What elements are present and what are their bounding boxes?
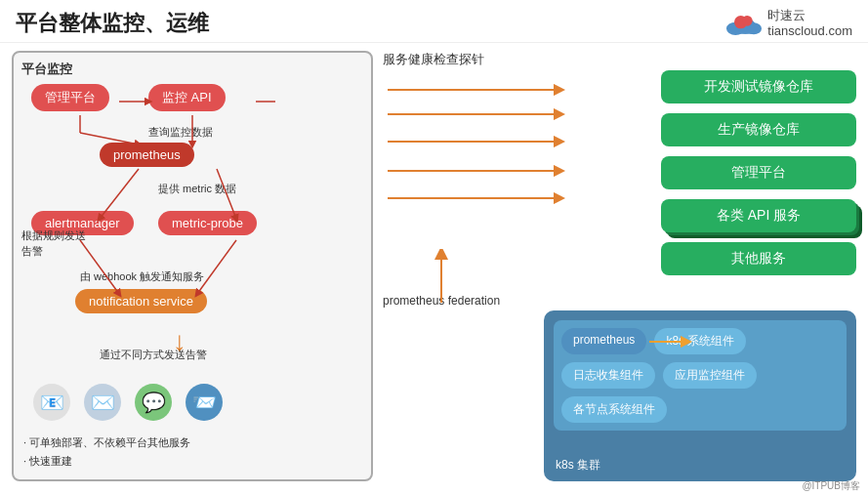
bottom-icons: 📧 ✉️ 💬 📨	[33, 384, 223, 421]
k8s-box-1: k8s 系统组件	[654, 328, 746, 354]
right-panel: 服务健康检查探针 开发测试镜像仓库 生产镜像仓库 管理平台 各类 API 服务 …	[383, 51, 856, 481]
k8s-prometheus: prometheus	[561, 328, 646, 354]
svg-rect-3	[730, 27, 757, 34]
k8s-box-2: 日志收集组件	[561, 362, 655, 389]
note-genju: 根据规则发送告警	[21, 228, 86, 259]
wechat-icon: 💬	[135, 384, 172, 421]
jiankong-box: 监控 API	[148, 84, 226, 111]
email-icon: 📧	[33, 384, 70, 421]
green-box-stack: 开发测试镜像仓库 生产镜像仓库 管理平台 各类 API 服务 其他服务	[661, 70, 856, 275]
k8s-inner: prometheus k8s 系统组件 日志收集组件 应用监控组件 各节点系统组…	[554, 320, 847, 431]
page-title: 平台整体监控、运维	[16, 9, 209, 38]
diagram-area: 管理平台 监控 API prometheus alertmanager metr…	[21, 84, 363, 416]
note-tigong: 提供 metric 数据	[158, 182, 236, 196]
msg-icon: 📨	[186, 384, 223, 421]
bullet-list: · 可单独部署、不依赖平台其他服务 · 快速重建	[23, 433, 190, 473]
k8s-label: k8s 集群	[556, 457, 600, 474]
svg-line-14	[197, 240, 236, 294]
green-box-1: 生产镜像仓库	[661, 113, 856, 146]
green-box-2: 管理平台	[661, 156, 856, 189]
svg-point-5	[742, 16, 753, 26]
prometheus-box: prometheus	[100, 143, 194, 167]
notification-box: notification service	[75, 289, 207, 313]
k8s-box-4: 各节点系统组件	[561, 396, 667, 423]
note-chaxun: 查询监控数据	[148, 125, 213, 140]
panel-label: 平台监控	[21, 61, 363, 78]
logo-icon	[723, 10, 762, 37]
green-box-3: 各类 API 服务	[661, 199, 856, 232]
service-health-label: 服务健康检查探针	[383, 51, 484, 68]
green-box-4: 其他服务	[661, 242, 856, 275]
watermark: @ITPUB博客	[802, 479, 860, 493]
svg-line-13	[80, 240, 119, 294]
fed-label: prometheus federation	[383, 294, 500, 308]
green-box-0: 开发测试镜像仓库	[661, 70, 856, 103]
main-content: 平台监控 管理平台 监控 API prometheus alertmanager…	[0, 43, 868, 489]
logo-area: 时速云tianscloud.com	[723, 8, 852, 38]
guanli-box: 管理平台	[31, 84, 109, 111]
bullet-2: · 快速重建	[23, 452, 190, 472]
bullet-1: · 可单独部署、不依赖平台其他服务	[23, 433, 190, 453]
left-panel: 平台监控 管理平台 监控 API prometheus alertmanager…	[12, 51, 373, 481]
mail-icon: ✉️	[84, 384, 121, 421]
note-tongzhi: 通过不同方式发送告警	[100, 348, 207, 362]
logo-text: 时速云tianscloud.com	[767, 8, 852, 38]
k8s-box-3: 应用监控组件	[663, 362, 757, 389]
k8s-cluster: prometheus k8s 系统组件 日志收集组件 应用监控组件 各节点系统组…	[544, 310, 856, 481]
note-webhook: 由 webhook 触发通知服务	[80, 269, 204, 284]
metric-probe-box: metric-probe	[158, 211, 257, 235]
header: 平台整体监控、运维 时速云tianscloud.com	[0, 0, 868, 43]
